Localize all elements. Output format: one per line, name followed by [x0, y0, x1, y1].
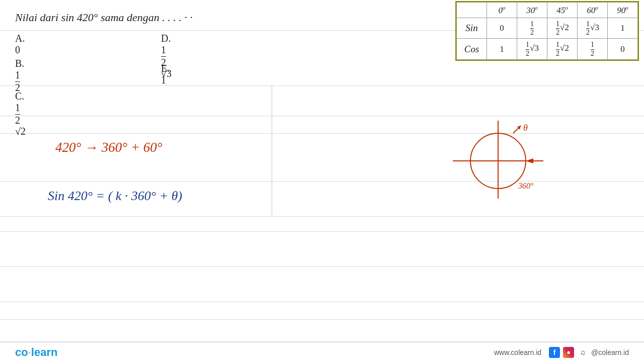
- angle-0: 0o: [487, 3, 517, 18]
- sin-label: Sin: [457, 18, 487, 39]
- angle-30: 30o: [517, 3, 547, 18]
- option-b-fraction: 1 2: [15, 69, 20, 93]
- angle-90: 90o: [608, 3, 638, 18]
- social-icons: f ● ♫ @colearn.id: [549, 347, 629, 358]
- sin-90: 1: [608, 18, 638, 39]
- math-line1: 420° → 360° + 60°: [55, 140, 163, 155]
- main-content: Nilai dari sin 420° sama dengan . . . . …: [0, 0, 644, 342]
- cos-30: 12√3: [517, 39, 547, 60]
- option-c-fraction: 1 2: [15, 102, 20, 126]
- facebook-icon: f: [549, 347, 560, 358]
- option-e: E. 1: [161, 63, 175, 86]
- sin-45: 12√2: [547, 18, 578, 39]
- option-c: C. 1 2 √2: [15, 90, 29, 137]
- footer: co·learn www.colearn.id f ● ♫ @colearn.i…: [0, 342, 644, 362]
- instagram-icon: ●: [563, 347, 574, 358]
- trig-table: 0o 30o 45o 60o 90o Sin 0 12 12√2: [456, 2, 638, 60]
- option-b: B. 1 2: [15, 58, 29, 93]
- option-a: A. 0: [15, 33, 30, 56]
- social-handle: @colearn.id: [591, 348, 629, 356]
- sin-0: 0: [487, 18, 517, 39]
- trig-table-container: 0o 30o 45o 60o 90o Sin 0 12 12√2: [455, 1, 639, 61]
- cos-60: 12: [578, 39, 608, 60]
- tiktok-icon: ♫: [577, 347, 588, 358]
- svg-text:θ: θ: [523, 123, 528, 133]
- cos-label: Cos: [457, 39, 487, 60]
- sin-60: 12√3: [578, 18, 608, 39]
- svg-text:360°: 360°: [518, 182, 534, 190]
- footer-right: www.colearn.id f ● ♫ @colearn.id: [494, 347, 629, 358]
- question-text: Nilai dari sin 420° sama dengan . . . . …: [15, 11, 193, 24]
- colearn-logo: co·learn: [15, 346, 57, 359]
- website-url: www.colearn.id: [494, 348, 541, 356]
- sin-30: 12: [517, 18, 547, 39]
- cos-90: 0: [608, 39, 638, 60]
- angle-60: 60o: [578, 3, 608, 18]
- cos-0: 1: [487, 39, 517, 60]
- math-line2: Sin 420° = ( k · 360° + θ): [48, 189, 182, 204]
- circle-diagram: θ 360°: [448, 116, 548, 206]
- vertical-divider: [272, 85, 272, 216]
- cos-45: 12√2: [547, 39, 578, 60]
- angle-45: 45o: [547, 3, 578, 18]
